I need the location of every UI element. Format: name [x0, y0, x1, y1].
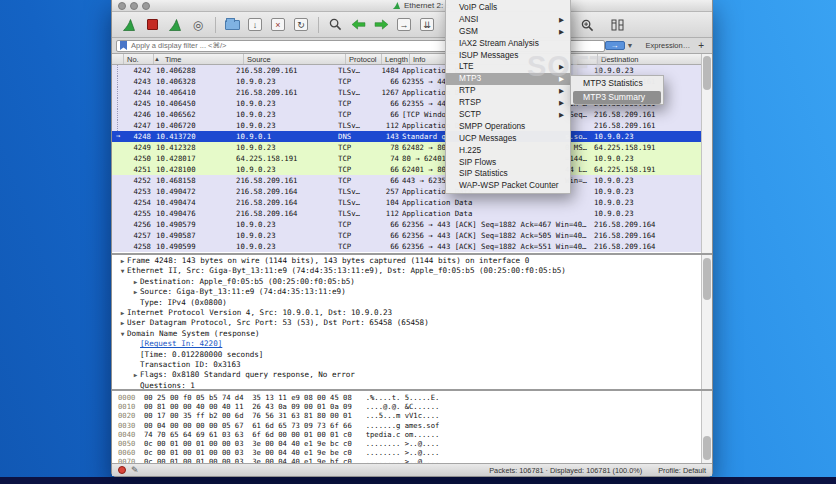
menu-item-isup-messages[interactable]: ISUP Messages: [446, 50, 570, 62]
menu-item-mtp3[interactable]: MTP3▶: [446, 73, 570, 85]
close-window-button[interactable]: [118, 2, 126, 10]
detail-line[interactable]: Type: IPv4 (0x0800): [112, 298, 712, 308]
packet-list-scroll-thumb[interactable]: [703, 56, 711, 90]
packet-row-4250[interactable]: 425010.42801764.225.158.191TCP7480 → 624…: [112, 153, 712, 164]
menu-item-ansi[interactable]: ANSI▶: [446, 14, 570, 26]
detail-line[interactable]: ▶User Datagram Protocol, Src Port: 53 (5…: [112, 318, 712, 328]
packet-info-text: 62482 → 80: [402, 143, 446, 152]
expand-toggle-icon[interactable]: ▼: [118, 329, 127, 339]
expand-toggle-icon[interactable]: ▶: [131, 287, 140, 297]
detail-line[interactable]: [Time: 0.012280000 seconds]: [112, 350, 712, 360]
detail-line[interactable]: ▶Source: Giga-Byt_13:11:e9 (74:d4:35:13:…: [112, 287, 712, 297]
detail-line[interactable]: Questions: 1: [112, 381, 712, 389]
column-header-destination[interactable]: Destination: [598, 54, 712, 64]
packet-row-4255[interactable]: 425510.490476216.58.209.164TLSv…112Appli…: [112, 208, 712, 219]
menu-item-h-225[interactable]: H.225: [446, 145, 570, 157]
menu-item-wap-wsp-packet-counter[interactable]: WAP-WSP Packet Counter: [446, 180, 570, 192]
filter-history-caret-icon[interactable]: ▼: [627, 42, 634, 49]
add-filter-button[interactable]: +: [698, 40, 704, 51]
filter-bookmark-icon[interactable]: [120, 41, 127, 50]
packet-row-4249[interactable]: 424910.41232810.9.0.23TCP7862482 → 800 M…: [112, 142, 712, 153]
detail-line[interactable]: [Request In: 4220]: [112, 339, 712, 349]
column-header-no[interactable]: No.: [124, 54, 154, 64]
column-header-protocol[interactable]: Protocol: [346, 54, 382, 64]
packet-row-4256[interactable]: 425610.49057910.9.0.23TCP6662356 → 443 […: [112, 219, 712, 230]
zoom-in-icon[interactable]: [576, 16, 598, 34]
packet-row-4252[interactable]: 425210.468158216.58.209.161TCP66443 → 62…: [112, 175, 712, 186]
detail-line[interactable]: ▶Internet Protocol Version 4, Src: 10.9.…: [112, 308, 712, 318]
menu-item-rtsp[interactable]: RTSP▶: [446, 97, 570, 109]
hex-scroll-thumb[interactable]: [703, 436, 711, 460]
details-scrollbar[interactable]: [701, 255, 712, 389]
expand-toggle-icon[interactable]: ▶: [118, 256, 127, 266]
submenu-item-mtp3-statistics[interactable]: MTP3 Statistics: [573, 77, 661, 91]
menu-item-voip-calls[interactable]: VoIP Calls: [446, 2, 570, 14]
resize-columns-icon[interactable]: [607, 16, 629, 34]
detail-line[interactable]: ▼Domain Name System (response): [112, 329, 712, 339]
packet-list-scrollbar[interactable]: [701, 54, 712, 253]
expand-toggle-icon[interactable]: ▼: [118, 266, 127, 276]
packet-row-4248[interactable]: →424810.41372010.9.0.1DNS143Standard qs.…: [112, 131, 712, 142]
close-capture-icon[interactable]: ×: [267, 16, 289, 34]
packet-row-4257[interactable]: 425710.49058710.9.0.23TCP6662356 → 443 […: [112, 230, 712, 241]
start-capture-icon[interactable]: [118, 16, 140, 34]
packet-row-4247[interactable]: 424710.40672010.9.0.23TLSv…112Applicatio…: [112, 120, 712, 131]
menu-item-rtp[interactable]: RTP▶: [446, 85, 570, 97]
save-capture-icon[interactable]: ↓: [244, 16, 266, 34]
go-to-packet-icon[interactable]: →: [393, 16, 415, 34]
expression-button[interactable]: Expression…: [646, 41, 691, 50]
hex-scrollbar[interactable]: [701, 391, 712, 463]
apply-filter-button[interactable]: →: [605, 41, 625, 50]
detail-line[interactable]: ▼Ethernet II, Src: Giga-Byt_13:11:e9 (74…: [112, 266, 712, 276]
column-header-length[interactable]: Length: [382, 54, 410, 64]
menu-item-iax2-stream-analysis[interactable]: IAX2 Stream Analysis: [446, 38, 570, 50]
go-back-icon[interactable]: [347, 16, 369, 34]
details-scroll-thumb[interactable]: [703, 258, 711, 300]
column-header-time[interactable]: Time: [162, 54, 244, 64]
packet-details-pane[interactable]: ▶Frame 4248: 143 bytes on wire (1144 bit…: [112, 253, 712, 389]
packet-row-4251[interactable]: 425110.42810010.9.0.23TCP6662401 → 8044 …: [112, 164, 712, 175]
find-packet-icon[interactable]: [324, 16, 346, 34]
column-header-source[interactable]: Source: [244, 54, 346, 64]
auto-scroll-icon[interactable]: ⇊: [416, 16, 438, 34]
zoom-window-button[interactable]: [142, 2, 150, 10]
menu-item-smpp-operations[interactable]: SMPP Operations: [446, 121, 570, 133]
packet-src: 216.58.209.161: [236, 87, 338, 98]
packet-row-4254[interactable]: 425410.490474216.58.209.164TLSv…104Appli…: [112, 197, 712, 208]
submenu-item-mtp3-summary[interactable]: MTP3 Summary: [573, 91, 661, 105]
profile-label[interactable]: Profile: Default: [658, 466, 706, 475]
detail-text: Frame 4248: 143 bytes on wire (1144 bits…: [127, 256, 529, 265]
stop-capture-icon[interactable]: [141, 16, 163, 34]
detail-line[interactable]: ▶Frame 4248: 143 bytes on wire (1144 bit…: [112, 256, 712, 266]
menu-item-sip-flows[interactable]: SIP Flows: [446, 157, 570, 169]
packet-bytes-pane[interactable]: 000000 25 00 f0 05 b5 74 d4 35 13 11 e9 …: [112, 389, 712, 463]
packet-proto: TCP: [338, 142, 374, 153]
packet-row-4246[interactable]: 424610.40656210.9.0.23TCP66[TCP WindoSeq…: [112, 109, 712, 120]
open-capture-icon[interactable]: [221, 16, 243, 34]
expand-toggle-icon[interactable]: ▶: [118, 318, 127, 328]
capture-comment-icon[interactable]: ✎: [131, 465, 139, 475]
go-forward-icon[interactable]: [370, 16, 392, 34]
detail-line[interactable]: ▶Flags: 0x8180 Standard query response, …: [112, 370, 712, 380]
expert-info-icon[interactable]: [118, 466, 126, 474]
expand-toggle-icon[interactable]: ▶: [131, 277, 140, 287]
title-bar[interactable]: Ethernet 2: e: [112, 0, 712, 12]
expand-toggle-icon[interactable]: ▶: [118, 308, 127, 318]
expand-toggle-icon[interactable]: ▶: [131, 370, 140, 380]
menu-item-lte[interactable]: LTE▶: [446, 61, 570, 73]
request-in-link[interactable]: [Request In: 4220]: [140, 339, 222, 348]
detail-text: Type: IPv4 (0x0800): [140, 298, 227, 307]
capture-options-icon[interactable]: ◎: [187, 16, 209, 34]
menu-item-sip-statistics[interactable]: SIP Statistics: [446, 168, 570, 180]
menu-item-sctp[interactable]: SCTP▶: [446, 109, 570, 121]
menu-item-ucp-messages[interactable]: UCP Messages: [446, 133, 570, 145]
minimize-window-button[interactable]: [130, 2, 138, 10]
reload-capture-icon[interactable]: ↻: [290, 16, 312, 34]
packet-time: 10.428100: [154, 164, 236, 175]
packet-row-4258[interactable]: 425810.49059910.9.0.23TCP6662356 → 443 […: [112, 241, 712, 252]
menu-item-gsm[interactable]: GSM▶: [446, 26, 570, 38]
restart-capture-icon[interactable]: [164, 16, 186, 34]
detail-line[interactable]: Transaction ID: 0x3163: [112, 360, 712, 370]
detail-line[interactable]: ▶Destination: Apple_f0:05:b5 (00:25:00:f…: [112, 277, 712, 287]
packet-row-4253[interactable]: 425310.490472216.58.209.164TLSv…257Appli…: [112, 186, 712, 197]
